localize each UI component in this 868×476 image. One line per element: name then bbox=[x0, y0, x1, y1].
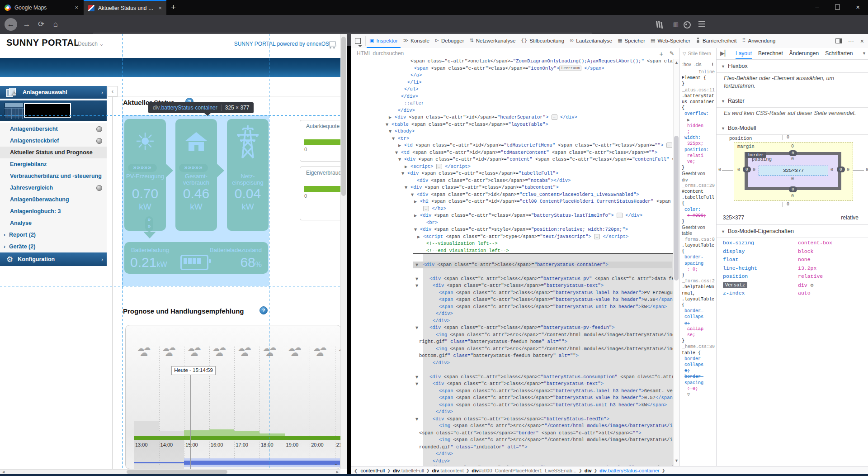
markup-line[interactable]: <div <span class="c-attr">class</span>="… bbox=[429, 324, 615, 332]
expand-arrow-icon[interactable]: ▼ bbox=[415, 262, 420, 269]
sidebars-icon[interactable]: ▥ bbox=[669, 15, 683, 33]
sidebar-item-anlagenlogbuch-3[interactable]: Anlagenlogbuch: 3 bbox=[0, 205, 107, 218]
devtools-tab-konsole[interactable]: ≫Konsole bbox=[401, 34, 432, 48]
devtools-close-icon[interactable]: × bbox=[860, 38, 864, 45]
markup-line[interactable]: </div> bbox=[436, 310, 453, 318]
markup-line[interactable]: <div <span class="c-attr">id</span>="con… bbox=[404, 156, 673, 163]
markup-line[interactable]: <br> bbox=[426, 219, 438, 227]
markup-line[interactable]: </div> bbox=[401, 93, 418, 100]
scroll-up-icon[interactable]: ▲ bbox=[675, 60, 679, 65]
devtools-tab-web-speicher[interactable]: ▤Web-Speicher bbox=[648, 34, 693, 48]
breadcrumb-item[interactable]: div.tabcontent bbox=[432, 468, 463, 473]
powered-by-link[interactable]: SUNNY PORTAL powered by ennexOS bbox=[234, 41, 329, 47]
browser-tab[interactable]: Aktueller Status und Prognose× bbox=[84, 0, 166, 15]
new-tab-button[interactable]: + bbox=[171, 0, 176, 14]
devtools-tab-debugger[interactable]: ⊳Debugger bbox=[432, 34, 467, 48]
markup-line[interactable]: <span <span class="c-attr">class</span>=… bbox=[439, 290, 673, 297]
markup-line[interactable]: <div <span class="c-attr">class</span>="… bbox=[433, 416, 609, 423]
breadcrumb-item[interactable]: contentFull bbox=[360, 468, 385, 473]
stylesheet-link[interactable]: Inline bbox=[680, 69, 717, 75]
markup-line[interactable]: </li> bbox=[407, 79, 422, 86]
devtools-tab-netzwerkanalyse[interactable]: ⇅Netzwerkanalyse bbox=[467, 34, 519, 48]
markup-scrollbar-thumb[interactable] bbox=[674, 136, 679, 281]
add-node-icon[interactable]: + bbox=[659, 50, 670, 57]
markup-line[interactable]: <span <span class="c-attr">class</span>=… bbox=[439, 395, 673, 402]
expand-arrow-icon[interactable]: ▼ bbox=[415, 465, 420, 466]
back-button[interactable]: ← bbox=[5, 18, 17, 31]
breadcrumb-item[interactable]: div.batteryStatus-container bbox=[599, 468, 660, 473]
sidebar-item-konfiguration[interactable]: ⚙ Konfiguration › bbox=[0, 252, 107, 266]
collapse-arrow-icon[interactable]: ▶ bbox=[398, 142, 403, 149]
markup-line[interactable]: <span <span class="c-attr">class</span>=… bbox=[439, 304, 667, 311]
add-rule-icon[interactable]: + bbox=[711, 61, 714, 67]
scroll-down-icon[interactable]: ▼ bbox=[675, 458, 679, 463]
close-button[interactable]: × bbox=[848, 0, 868, 14]
devtools-more-icon[interactable]: ⋯ bbox=[848, 38, 854, 44]
markup-line[interactable]: </div> bbox=[433, 318, 450, 325]
sidebar-item-anlagen-berwachung[interactable]: Anlagenüberwachung bbox=[0, 194, 107, 206]
sidebar-item-energiebilanz[interactable]: Energiebilanz bbox=[0, 158, 107, 171]
browser-tab[interactable]: Google Maps× bbox=[0, 0, 83, 15]
markup-line[interactable]: <span <span class="c-attr">class</span>=… bbox=[414, 65, 604, 72]
markup-line[interactable]: <script <span class="c-attr">type</span>… bbox=[423, 233, 628, 241]
library-icon[interactable] bbox=[656, 21, 658, 29]
expand-arrow-icon[interactable]: ▼ bbox=[415, 416, 420, 423]
page-hscrollbar-thumb[interactable] bbox=[127, 470, 227, 474]
rules-pane[interactable]: :hov.cls + InlineElement {}_atus.css:11.… bbox=[679, 59, 717, 466]
markup-line[interactable]: ::after bbox=[404, 100, 424, 107]
forward-button[interactable]: → bbox=[20, 15, 33, 33]
expand-arrow-icon[interactable]: ▼ bbox=[415, 374, 420, 381]
sidebar-item-verbraucherbilanz-und-steuerung[interactable]: Verbraucherbilanz und -steuerung bbox=[0, 170, 107, 182]
markup-line[interactable]: <div <span class="c-attr">class</span>="… bbox=[429, 374, 673, 381]
markup-line[interactable]: <div <span class="c-attr">class</span>="… bbox=[420, 212, 642, 219]
stylesheet-link[interactable]: _heme.css:39 bbox=[680, 344, 717, 350]
minimize-button[interactable]: – bbox=[807, 0, 827, 14]
markup-line[interactable]: <table <span class="c-attr">class</span>… bbox=[392, 121, 548, 129]
account-icon[interactable] bbox=[684, 21, 691, 30]
markup-line[interactable]: </div> bbox=[436, 451, 453, 458]
devtools-tab-inspektor[interactable]: ▣Inspektor bbox=[367, 34, 401, 48]
markup-line[interactable]: </div> bbox=[433, 458, 450, 465]
expand-arrow-icon[interactable]: ▼ bbox=[415, 381, 420, 388]
expand-arrow-icon[interactable]: ▼ bbox=[415, 282, 420, 290]
markup-line[interactable]: <div <span class="c-attr">class</span>="… bbox=[429, 276, 673, 283]
hscroll-left-arrow[interactable]: ◄ bbox=[1, 470, 5, 474]
expand-arrow-icon[interactable]: ▼ bbox=[415, 324, 420, 332]
expand-arrow-icon[interactable]: ▼ bbox=[386, 121, 390, 129]
markup-line[interactable]: <div <span class="c-attr">class</span>="… bbox=[407, 170, 558, 177]
markup-line[interactable]: </div> bbox=[398, 107, 415, 114]
markup-line[interactable]: <div <span class="c-attr">class</span>="… bbox=[433, 282, 604, 290]
breadcrumb-item[interactable]: div#ctl00_ContentPlaceHolder1_LiveSSEnab… bbox=[472, 468, 576, 473]
sidebar-item-anlagensteckbrief[interactable]: Anlagensteckbrief bbox=[0, 135, 107, 147]
cart-icon[interactable] bbox=[329, 40, 336, 48]
sidebar-item-aktueller-status-und-prognose[interactable]: Aktueller Status und Prognose bbox=[0, 147, 107, 159]
sidebar-item-jahresvergleich[interactable]: Jahresvergleich bbox=[0, 182, 107, 194]
stylesheet-link[interactable]: _atus.css:11 bbox=[680, 87, 717, 93]
markup-line[interactable]: right.gif" class="batteryStatus-feedIn h… bbox=[419, 338, 567, 346]
markup-line[interactable]: <!--end visualization left--> bbox=[426, 248, 509, 255]
expand-arrow-icon[interactable]: ▼ bbox=[395, 149, 400, 157]
eyedropper-icon[interactable]: ✎ bbox=[670, 50, 679, 57]
expand-arrow-icon[interactable]: ▼ bbox=[392, 135, 396, 143]
stylesheet-link[interactable]: _forms.css:8 bbox=[680, 237, 717, 243]
expand-arrow-icon[interactable]: ▼ bbox=[415, 276, 420, 283]
chart-scroll-down-icon[interactable]: ⌄ bbox=[334, 460, 338, 466]
markup-line[interactable]: </div> bbox=[436, 409, 453, 416]
crumb-scroll-left-icon[interactable]: ❮ bbox=[351, 468, 360, 473]
markup-line[interactable]: </ul> bbox=[404, 86, 419, 93]
markup-line[interactable]: <div <span class="c-attr">id</span>="hea… bbox=[395, 114, 577, 121]
markup-line[interactable]: <tr> bbox=[398, 135, 409, 143]
markup-line[interactable]: … </h2> bbox=[423, 205, 446, 213]
sidebar-tab-layout[interactable]: Layout bbox=[736, 48, 752, 59]
box-model-properties-header[interactable]: ▼Box-Modell-Eigenschaften bbox=[717, 224, 868, 238]
expand-arrow-icon[interactable]: ▼ bbox=[411, 191, 415, 199]
markup-line[interactable]: <script> … </script> bbox=[410, 163, 471, 171]
stylesheet-link[interactable]: _orms.css:29 bbox=[680, 183, 717, 189]
markup-line[interactable]: <td <span class="c-attr">id</span>="tdMa… bbox=[401, 149, 657, 157]
home-button[interactable]: ⌂ bbox=[49, 15, 62, 33]
markup-line[interactable]: bottom.gif" class="batteryStatus-feedIn … bbox=[419, 352, 579, 360]
pseudo-class-row[interactable]: :hov.cls + bbox=[680, 59, 717, 69]
markup-line[interactable]: rounded.gif" class="indicator" alt=""> bbox=[419, 444, 527, 451]
sidebar-item-report-2-[interactable]: ›Report (2) bbox=[0, 229, 107, 241]
collapse-arrow-icon[interactable]: ▶ bbox=[414, 198, 419, 205]
